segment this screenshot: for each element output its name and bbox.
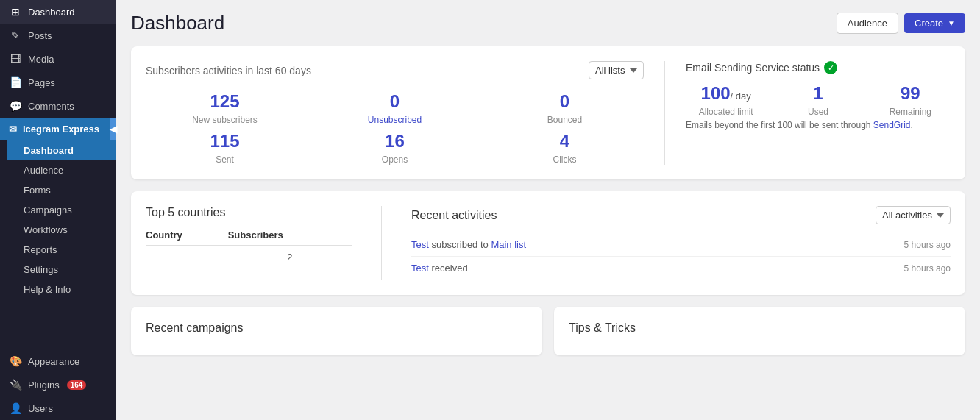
subscribers-card-header: Subscribers activities in last 60 days A… <box>146 61 644 79</box>
country-subscribers: 2 <box>228 246 352 269</box>
stat-value-allocated: 100/ day <box>686 83 766 104</box>
stat-label-opens: Opens <box>316 154 474 165</box>
col-country: Country <box>146 225 228 246</box>
activity-middle-2: received <box>431 263 467 274</box>
sendgrid-link[interactable]: SendGrid <box>873 120 911 130</box>
sidebar-item-settings[interactable]: Settings <box>7 260 116 280</box>
plugins-badge: 164 <box>67 380 87 390</box>
stat-value-clicks: 4 <box>486 131 644 152</box>
create-button[interactable]: Create ▼ <box>904 13 965 33</box>
pages-icon: 📄 <box>9 76 22 88</box>
email-service-header: Email Sending Service status ✓ <box>686 61 951 74</box>
page-header: Dashboard Audience Create ▼ <box>131 12 965 35</box>
sidebar-item-forms[interactable]: Forms <box>7 180 116 200</box>
create-button-label: Create <box>915 18 943 29</box>
stat-value-remaining: 99 <box>870 83 951 104</box>
stat-label-new-subscribers: New subscribers <box>146 115 304 125</box>
stat-sent: 115 Sent <box>146 131 304 165</box>
activity-time-1: 5 hours ago <box>904 240 951 250</box>
sidebar-item-workflows[interactable]: Workflows <box>7 220 116 240</box>
sidebar-item-media[interactable]: 🎞 Media <box>0 47 116 71</box>
stat-value-used: 1 <box>778 83 858 104</box>
sidebar-label-posts: Posts <box>28 30 52 41</box>
sidebar-item-dashboard[interactable]: ⊞ Dashboard <box>0 0 116 24</box>
icegram-icon: ✉ <box>9 124 17 135</box>
plugins-icon: 🔌 <box>9 379 22 391</box>
stat-value-sent: 115 <box>146 131 304 152</box>
stat-used: 1 Used <box>778 83 858 117</box>
sidebar-item-campaigns[interactable]: Campaigns <box>7 200 116 220</box>
sidebar-item-users[interactable]: 👤 Users <box>0 396 116 420</box>
sidebar-label-media: Media <box>28 54 54 65</box>
activity-link1-1[interactable]: Test <box>411 239 429 250</box>
stat-label-used: Used <box>778 107 858 117</box>
countries-section: Top 5 countries Country Subscribers 2 <box>146 206 352 280</box>
sidebar-label-help: Help & Info <box>24 284 71 295</box>
stat-new-subscribers: 125 New subscribers <box>146 91 304 125</box>
stat-label-clicks: Clicks <box>486 154 644 165</box>
stat-label-remaining: Remaining <box>870 107 951 117</box>
sidebar-label-plugins: Plugins <box>28 380 60 391</box>
activities-header: Recent activities All activities <box>411 206 951 224</box>
main-content: Dashboard Audience Create ▼ Subscribers … <box>116 0 980 420</box>
appearance-icon: 🎨 <box>9 355 22 367</box>
sidebar-item-posts[interactable]: ✎ Posts <box>0 24 116 47</box>
sidebar-label-dashboard: Dashboard <box>28 7 75 18</box>
activities-title: Recent activities <box>411 209 497 222</box>
email-stats-grid: 100/ day Allocated limit 1 Used 99 Remai… <box>686 83 951 117</box>
card-divider <box>664 61 665 165</box>
dashboard-icon: ⊞ <box>9 6 22 18</box>
activity-item-2: Test received 5 hours ago <box>411 257 951 280</box>
email-service-section: Email Sending Service status ✓ 100/ day … <box>671 61 951 165</box>
stat-remaining: 99 Remaining <box>870 83 951 117</box>
audience-button[interactable]: Audience <box>837 13 898 34</box>
bottom-cards-row: Recent campaigns Tips & Tricks <box>131 307 965 367</box>
sidebar-item-ig-dashboard[interactable]: Dashboard <box>7 140 116 160</box>
all-activities-dropdown[interactable]: All activities <box>876 206 951 224</box>
sidebar-label-reports: Reports <box>24 244 57 255</box>
countries-activities-card: Top 5 countries Country Subscribers 2 <box>131 191 965 295</box>
sidebar-icegram-label: Icegram Express <box>23 124 99 135</box>
stat-value-new-subscribers: 125 <box>146 91 304 112</box>
sidebar-label-audience: Audience <box>24 165 63 176</box>
stat-clicks: 4 Clicks <box>486 131 644 165</box>
sidebar-item-audience[interactable]: Audience <box>7 160 116 180</box>
activity-link2-1[interactable]: Main list <box>491 239 526 250</box>
sidebar-item-plugins[interactable]: 🔌 Plugins 164 <box>0 373 116 396</box>
countries-table: Country Subscribers 2 <box>146 225 352 268</box>
sidebar-label-ig-dashboard: Dashboard <box>24 145 74 156</box>
sidebar-item-reports[interactable]: Reports <box>7 240 116 260</box>
sidebar-item-comments[interactable]: 💬 Comments <box>0 94 116 118</box>
all-lists-dropdown[interactable]: All lists <box>589 61 644 79</box>
activity-middle-1: subscribed to <box>431 239 491 250</box>
sidebar-bottom: 🎨 Appearance 🔌 Plugins 164 👤 Users <box>0 349 116 420</box>
subscribers-stats-grid: 125 New subscribers 0 Unsubscribed 0 Bou… <box>146 91 644 165</box>
activities-divider <box>381 206 382 280</box>
tips-title: Tips & Tricks <box>569 321 951 335</box>
sidebar-item-pages[interactable]: 📄 Pages <box>0 71 116 94</box>
sidebar-label-campaigns: Campaigns <box>24 204 72 216</box>
activity-link1-2[interactable]: Test <box>411 263 429 274</box>
stat-value-opens: 16 <box>316 131 474 152</box>
country-name <box>146 246 228 269</box>
per-day-label: / day <box>731 90 751 102</box>
stat-unsubscribed: 0 Unsubscribed <box>316 91 474 125</box>
sidebar-item-help[interactable]: Help & Info <box>7 280 116 299</box>
email-service-title: Email Sending Service status <box>686 62 820 74</box>
users-icon: 👤 <box>9 402 22 414</box>
table-row: 2 <box>146 246 352 269</box>
comments-icon: 💬 <box>9 100 22 112</box>
sidebar-icegram-arrow: ◀ <box>110 118 116 140</box>
countries-title: Top 5 countries <box>146 206 352 219</box>
col-subscribers: Subscribers <box>228 225 352 246</box>
sidebar-icegram-express[interactable]: ✉ Icegram Express ◀ <box>0 118 116 140</box>
email-note-suffix: . <box>911 120 913 130</box>
page-title: Dashboard <box>131 12 224 35</box>
email-status-dot: ✓ <box>824 61 837 74</box>
activities-section: Recent activities All activities Test su… <box>411 206 951 280</box>
create-chevron-icon: ▼ <box>948 19 955 27</box>
activity-text-1: Test subscribed to Main list <box>411 239 526 250</box>
posts-icon: ✎ <box>9 29 22 41</box>
sidebar-label-workflows: Workflows <box>24 224 68 235</box>
sidebar-item-appearance[interactable]: 🎨 Appearance <box>0 349 116 373</box>
